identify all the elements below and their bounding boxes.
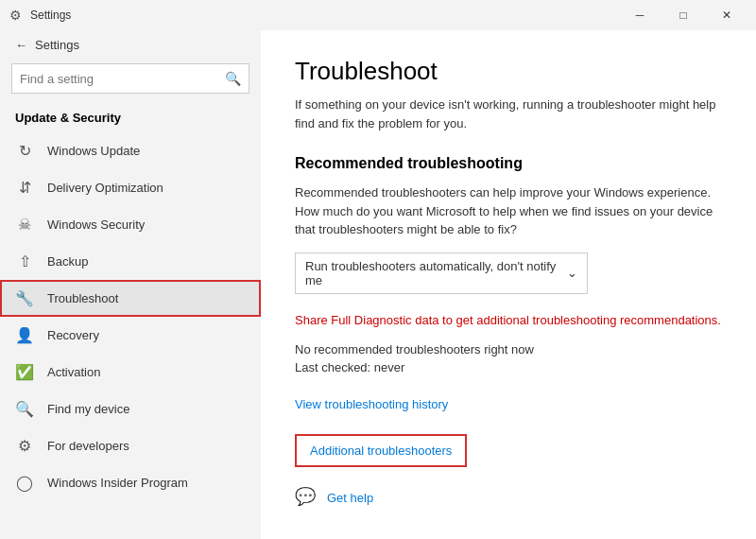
windows-update-icon: ↻: [15, 142, 34, 160]
activation-label: Activation: [47, 365, 100, 379]
sidebar-item-activation[interactable]: ✅Activation: [0, 354, 261, 391]
last-checked-text: Last checked: never: [295, 360, 722, 374]
sidebar-section-title: Update & Security: [0, 103, 261, 132]
page-subtitle: If something on your device isn't workin…: [295, 96, 722, 132]
sidebar-item-windows-security[interactable]: ☠Windows Security: [0, 206, 261, 243]
back-arrow-icon: ←: [15, 38, 27, 52]
sidebar-item-for-developers[interactable]: ⚙For developers: [0, 427, 261, 464]
delivery-optimization-label: Delivery Optimization: [47, 181, 163, 195]
sidebar-item-find-my-device[interactable]: 🔍Find my device: [0, 391, 261, 427]
windows-security-icon: ☠: [15, 216, 34, 234]
windows-security-label: Windows Security: [47, 217, 145, 232]
windows-update-label: Windows Update: [47, 144, 140, 158]
back-label: Settings: [35, 38, 79, 52]
windows-insider-label: Windows Insider Program: [47, 476, 188, 490]
sidebar: ← Settings 🔍 Update & Security ↻Windows …: [0, 30, 261, 539]
sidebar-item-troubleshoot[interactable]: 🔧Troubleshoot: [0, 280, 261, 317]
for-developers-label: For developers: [47, 439, 129, 453]
recommended-desc: Recommended troubleshooters can help imp…: [295, 183, 722, 239]
sidebar-item-backup[interactable]: ⇧Backup: [0, 243, 261, 280]
close-button[interactable]: ✕: [705, 0, 748, 30]
troubleshoot-label: Troubleshoot: [47, 291, 118, 305]
title-bar: ⚙ Settings ─ □ ✕: [0, 0, 756, 30]
additional-troubleshooters-button[interactable]: Additional troubleshooters: [295, 434, 467, 467]
page-title: Troubleshoot: [295, 57, 722, 86]
get-help-row[interactable]: 💬 Get help: [295, 486, 722, 509]
find-my-device-label: Find my device: [47, 402, 129, 416]
sidebar-search-box[interactable]: 🔍: [11, 63, 249, 94]
sidebar-item-windows-insider[interactable]: ◯Windows Insider Program: [0, 464, 261, 501]
additional-btn-wrapper: Additional troubleshooters: [295, 434, 722, 486]
dropdown-value: Run troubleshooters automatically, don't…: [305, 259, 567, 287]
share-diagnostic-link[interactable]: Share Full Diagnostic data to get additi…: [295, 311, 722, 330]
chevron-down-icon: ⌄: [567, 266, 577, 280]
search-input[interactable]: [20, 72, 225, 86]
title-bar-title: Settings: [30, 9, 618, 22]
delivery-optimization-icon: ⇵: [15, 179, 34, 197]
sidebar-item-delivery-optimization[interactable]: ⇵Delivery Optimization: [0, 169, 261, 206]
no-troubleshooters-text: No recommended troubleshooters right now: [295, 342, 722, 356]
title-bar-controls: ─ □ ✕: [618, 0, 748, 30]
settings-icon: ⚙: [8, 8, 23, 23]
troubleshoot-icon: 🔧: [15, 289, 34, 307]
backup-icon: ⇧: [15, 252, 34, 270]
search-icon: 🔍: [225, 71, 241, 86]
sidebar-item-windows-update[interactable]: ↻Windows Update: [0, 132, 261, 169]
view-history-link[interactable]: View troubleshooting history: [295, 397, 722, 411]
content-area: Troubleshoot If something on your device…: [261, 30, 756, 539]
backup-label: Backup: [47, 254, 88, 269]
get-help-icon: 💬: [295, 486, 318, 509]
recovery-label: Recovery: [47, 328, 99, 342]
recommended-heading: Recommended troubleshooting: [295, 155, 722, 172]
app-body: ← Settings 🔍 Update & Security ↻Windows …: [0, 30, 756, 539]
find-my-device-icon: 🔍: [15, 400, 34, 418]
troubleshooter-dropdown[interactable]: Run troubleshooters automatically, don't…: [295, 252, 588, 294]
maximize-button[interactable]: □: [662, 0, 705, 30]
sidebar-item-recovery[interactable]: 👤Recovery: [0, 317, 261, 354]
windows-insider-icon: ◯: [15, 474, 34, 492]
get-help-label: Get help: [327, 491, 373, 505]
sidebar-back-button[interactable]: ← Settings: [0, 30, 261, 60]
activation-icon: ✅: [15, 363, 34, 381]
recovery-icon: 👤: [15, 326, 34, 344]
minimize-button[interactable]: ─: [618, 0, 662, 30]
for-developers-icon: ⚙: [15, 437, 34, 455]
sidebar-items: ↻Windows Update⇵Delivery Optimization☠Wi…: [0, 132, 261, 501]
